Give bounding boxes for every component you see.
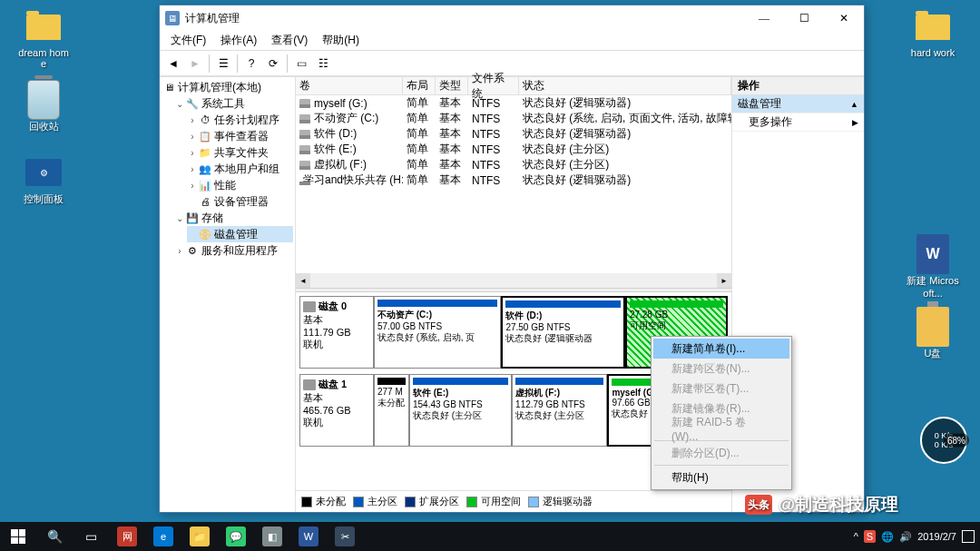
usb-drive-icon — [915, 309, 951, 345]
col-status[interactable]: 状态 — [519, 77, 731, 94]
list-button[interactable]: ☷ — [313, 54, 333, 74]
app-icon: 🖥 — [165, 11, 180, 25]
desktop-icon-control-panel[interactable]: ⚙ 控制面板 — [16, 154, 71, 206]
volume-row[interactable]: 不动资产 (C:)简单基本NTFS状态良好 (系统, 启动, 页面文件, 活动,… — [296, 111, 731, 126]
taskbar-snip-icon[interactable]: ✂ — [327, 522, 363, 551]
taskbar-explorer-icon[interactable]: 📁 — [181, 522, 218, 551]
tree-storage[interactable]: ⌄💾存储 — [174, 210, 293, 226]
taskbar-wechat-icon[interactable]: 💬 — [218, 522, 254, 551]
taskbar-app2[interactable]: ◧ — [254, 522, 290, 551]
volume-list: 卷 布局 类型 文件系统 状态 myself (G:)简单基本NTFS状态良好 … — [296, 77, 731, 288]
folder-icon — [25, 9, 62, 45]
volume-row[interactable]: myself (G:)简单基本NTFS状态良好 (逻辑驱动器) — [296, 95, 731, 111]
tree-disk-management[interactable]: 📀磁盘管理 — [187, 226, 293, 242]
volume-row[interactable]: 软件 (D:)简单基本NTFS状态良好 (逻辑驱动器) — [296, 126, 731, 142]
ctx-new-striped-volume[interactable]: 新建带区卷(T)... — [653, 379, 789, 398]
h-scrollbar[interactable]: ◄ ► — [296, 273, 731, 288]
watermark: 头条 @制造科技原理 — [745, 493, 898, 517]
scroll-left-button[interactable]: ◄ — [296, 273, 310, 288]
partition[interactable]: 虚拟机 (F:)112.79 GB NTFS状态良好 (主分区 — [512, 374, 607, 447]
partition[interactable]: 软件 (D:)27.50 GB NTFS状态良好 (逻辑驱动器 — [501, 296, 625, 369]
tree-performance[interactable]: ›📊性能 — [187, 177, 293, 193]
tree-pane: 🖥计算机管理(本地) ⌄🔧系统工具 ›⏱任务计划程序 ›📋事件查看器 ›📁共享文… — [160, 77, 296, 512]
ctx-delete-partition[interactable]: 删除分区(D)... — [653, 443, 789, 463]
ctx-new-simple-volume[interactable]: 新建简单卷(I)... — [653, 339, 789, 359]
legend: 未分配 主分区 扩展分区 可用空间 逻辑驱动器 — [296, 490, 731, 512]
volume-header: 卷 布局 类型 文件系统 状态 — [296, 77, 731, 95]
net-percent: 68% — [944, 434, 969, 448]
col-volume[interactable]: 卷 — [296, 77, 403, 94]
word-icon: W — [915, 236, 951, 272]
partition[interactable]: 不动资产 (C:)57.00 GB NTFS状态良好 (系统, 启动, 页 — [374, 296, 501, 369]
col-type[interactable]: 类型 — [436, 77, 468, 94]
tray-expand-icon[interactable]: ^ — [854, 531, 858, 542]
menu-view[interactable]: 查看(V) — [264, 33, 315, 48]
tree-system-tools[interactable]: ⌄🔧系统工具 — [174, 95, 293, 112]
window-title: 计算机管理 — [185, 11, 744, 26]
volume-row[interactable]: 学习and快乐共存 (H:)简单基本NTFS状态良好 (逻辑驱动器) — [296, 172, 731, 188]
tree-local-users[interactable]: ›👥本地用户和组 — [187, 161, 293, 177]
desktop-icon-usb[interactable]: U盘 — [906, 309, 960, 360]
ctx-help[interactable]: 帮助(H) — [653, 467, 789, 487]
tray-network-icon[interactable]: 🌐 — [881, 531, 894, 543]
titlebar[interactable]: 🖥 计算机管理 — ☐ ✕ — [160, 5, 864, 31]
menu-action[interactable]: 操作(A) — [213, 33, 264, 48]
tree-device-manager[interactable]: 🖨设备管理器 — [187, 193, 293, 210]
disk-header[interactable]: 磁盘 0基本111.79 GB联机 — [299, 296, 374, 369]
col-layout[interactable]: 布局 — [403, 77, 436, 94]
start-button[interactable] — [0, 522, 36, 551]
desktop-icon-hard-work[interactable]: hard work — [906, 9, 960, 58]
tray-app-icon[interactable]: S — [864, 530, 876, 543]
taskbar-edge-icon[interactable]: e — [145, 522, 181, 551]
ctx-new-spanned-volume[interactable]: 新建跨区卷(N)... — [653, 359, 789, 379]
col-fs[interactable]: 文件系统 — [468, 77, 519, 94]
maximize-button[interactable]: ☐ — [784, 5, 824, 31]
tree-shared-folders[interactable]: ›📁共享文件夹 — [187, 144, 293, 161]
desktop-icon-recycle[interactable]: 回收站 — [16, 82, 71, 133]
forward-button[interactable]: ► — [185, 54, 205, 74]
menu-file[interactable]: 文件(F) — [163, 33, 213, 48]
taskbar-word-icon[interactable]: W — [290, 522, 327, 551]
tree-event-viewer[interactable]: ›📋事件查看器 — [187, 128, 293, 144]
control-panel-icon: ⚙ — [25, 154, 62, 191]
tree-services-apps[interactable]: ›⚙服务和应用程序 — [174, 242, 293, 259]
actions-disk-mgmt[interactable]: 磁盘管理▲ — [732, 95, 864, 113]
partition[interactable]: 软件 (E:)154.43 GB NTFS状态良好 (主分区 — [409, 374, 512, 447]
view-button[interactable]: ▭ — [291, 54, 311, 74]
minimize-button[interactable]: — — [744, 5, 784, 31]
scroll-right-button[interactable]: ► — [717, 273, 731, 288]
taskbar: 🔍 ▭ 网 e 📁 💬 ◧ W ✂ ^ S 🌐 🔊 2019/2/7 — [0, 522, 980, 551]
desktop-icon-dream-home[interactable]: dream home — [16, 9, 71, 69]
back-button[interactable]: ◄ — [163, 54, 183, 74]
taskbar-search-icon[interactable]: 🔍 — [36, 522, 73, 551]
system-tray[interactable]: ^ S 🌐 🔊 2019/2/7 — [854, 530, 980, 543]
menu-help[interactable]: 帮助(H) — [315, 33, 367, 48]
partition[interactable]: 277 M未分配 — [374, 374, 409, 447]
network-meter-widget[interactable]: 0 K/s 0 K/s 68% — [920, 417, 967, 464]
tray-clock[interactable]: 2019/2/7 — [917, 531, 956, 542]
ctx-new-raid5-volume[interactable]: 新建 RAID-5 卷(W)... — [653, 418, 789, 438]
show-hide-tree-button[interactable]: ☰ — [213, 54, 233, 74]
context-menu: 新建简单卷(I)... 新建跨区卷(N)... 新建带区卷(T)... 新建镜像… — [651, 336, 792, 490]
actions-header: 操作 — [732, 77, 864, 95]
taskbar-app1[interactable]: 网 — [109, 522, 145, 551]
desktop-icon-word[interactable]: W 新建 Microsoft... — [906, 236, 960, 299]
tray-notification-icon[interactable] — [962, 530, 975, 543]
recycle-bin-icon — [25, 82, 62, 118]
tree-root[interactable]: 🖥计算机管理(本地) — [162, 79, 293, 95]
volume-row[interactable]: 虚拟机 (F:)简单基本NTFS状态良好 (主分区) — [296, 157, 731, 172]
folder-icon — [915, 9, 951, 45]
tree-task-scheduler[interactable]: ›⏱任务计划程序 — [187, 112, 293, 128]
help-button[interactable]: ? — [241, 54, 261, 74]
tray-volume-icon[interactable]: 🔊 — [899, 531, 912, 543]
refresh-button[interactable]: ⟳ — [263, 54, 283, 74]
close-button[interactable]: ✕ — [824, 5, 864, 31]
actions-more[interactable]: 更多操作▶ — [732, 113, 864, 132]
volume-row[interactable]: 软件 (E:)简单基本NTFS状态良好 (主分区) — [296, 142, 731, 157]
taskbar-task-view-icon[interactable]: ▭ — [73, 522, 109, 551]
disk-header[interactable]: 磁盘 1基本465.76 GB联机 — [299, 374, 374, 447]
menubar: 文件(F) 操作(A) 查看(V) 帮助(H) — [160, 31, 864, 51]
